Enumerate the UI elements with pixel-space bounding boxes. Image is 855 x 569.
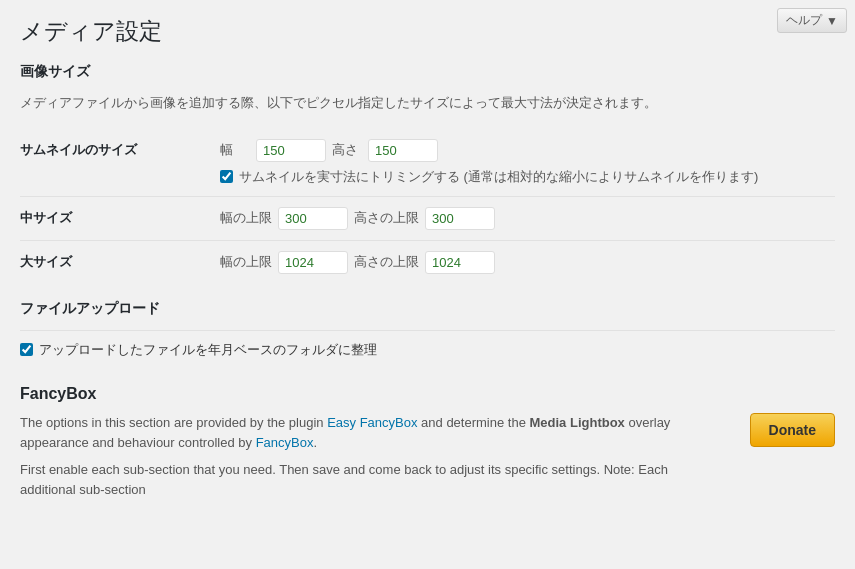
upload-organize-checkbox[interactable] <box>20 343 33 356</box>
large-width-input[interactable] <box>278 251 348 274</box>
fancybox-section: FancyBox The options in this section are… <box>20 385 835 500</box>
upload-organize-label[interactable]: アップロードしたファイルを年月ベースのフォルダに整理 <box>39 341 377 359</box>
fancybox-description: The options in this section are provided… <box>20 413 720 455</box>
medium-width-prefix: 幅の上限 <box>220 209 272 227</box>
thumbnail-label: サムネイルのサイズ <box>20 129 220 197</box>
medium-size-row: 中サイズ 幅の上限 高さの上限 <box>20 196 835 240</box>
image-size-description: メディアファイルから画像を追加する際、以下でピクセル指定したサイズによって最大寸… <box>20 93 835 113</box>
large-width-prefix: 幅の上限 <box>220 253 272 271</box>
chevron-down-icon: ▼ <box>826 14 838 28</box>
fancybox-link[interactable]: FancyBox <box>256 435 314 450</box>
settings-table: サムネイルのサイズ 幅 高さ サムネイルを実寸法にトリミングする (通常は相対的… <box>20 129 835 284</box>
medium-size-label: 中サイズ <box>20 196 220 240</box>
large-size-row: 大サイズ 幅の上限 高さの上限 <box>20 240 835 284</box>
large-height-prefix: 高さの上限 <box>354 253 419 271</box>
image-size-section: 画像サイズ メディアファイルから画像を追加する際、以下でピクセル指定したサイズに… <box>20 63 835 284</box>
file-upload-title: ファイルアップロード <box>20 300 835 322</box>
fancybox-title: FancyBox <box>20 385 835 403</box>
media-lightbox-bold: Media Lightbox <box>530 415 625 430</box>
image-size-title: 画像サイズ <box>20 63 835 85</box>
help-button[interactable]: ヘルプ ▼ <box>777 8 847 33</box>
fancybox-desc-part1: The options in this section are provided… <box>20 415 327 430</box>
thumbnail-crop-label[interactable]: サムネイルを実寸法にトリミングする (通常は相対的な縮小によりサムネイルを作りま… <box>239 168 758 186</box>
thumbnail-input-group: 幅 高さ <box>220 139 835 162</box>
fancybox-note: First enable each sub-section that you n… <box>20 460 720 499</box>
large-height-input[interactable] <box>425 251 495 274</box>
thumbnail-height-input[interactable] <box>368 139 438 162</box>
thumbnail-width-input[interactable] <box>256 139 326 162</box>
thumbnail-row: サムネイルのサイズ 幅 高さ サムネイルを実寸法にトリミングする (通常は相対的… <box>20 129 835 197</box>
upload-checkbox-row: アップロードしたファイルを年月ベースのフォルダに整理 <box>20 330 835 369</box>
fancybox-desc-part2: and determine the <box>417 415 529 430</box>
medium-height-input[interactable] <box>425 207 495 230</box>
easy-fancybox-link[interactable]: Easy FancyBox <box>327 415 417 430</box>
help-label: ヘルプ <box>786 12 822 29</box>
thumbnail-crop-group: サムネイルを実寸法にトリミングする (通常は相対的な縮小によりサムネイルを作りま… <box>220 168 835 186</box>
large-size-label: 大サイズ <box>20 240 220 284</box>
medium-size-controls: 幅の上限 高さの上限 <box>220 196 835 240</box>
medium-height-prefix: 高さの上限 <box>354 209 419 227</box>
file-upload-section: ファイルアップロード アップロードしたファイルを年月ベースのフォルダに整理 <box>20 300 835 369</box>
donate-button[interactable]: Donate <box>750 413 835 447</box>
large-size-controls: 幅の上限 高さの上限 <box>220 240 835 284</box>
donate-label: Donate <box>769 422 816 438</box>
help-button-area: ヘルプ ▼ <box>777 8 847 33</box>
fancybox-text: The options in this section are provided… <box>20 413 720 500</box>
donate-button-wrapper: Donate <box>750 413 835 447</box>
thumbnail-controls: 幅 高さ サムネイルを実寸法にトリミングする (通常は相対的な縮小によりサムネイ… <box>220 129 835 197</box>
medium-width-input[interactable] <box>278 207 348 230</box>
fancybox-row: The options in this section are provided… <box>20 413 835 500</box>
thumbnail-height-prefix: 高さ <box>332 141 362 159</box>
page-title: メディア設定 <box>20 16 835 47</box>
page-wrapper: ヘルプ ▼ メディア設定 画像サイズ メディアファイルから画像を追加する際、以下… <box>0 0 855 569</box>
content-area: メディア設定 画像サイズ メディアファイルから画像を追加する際、以下でピクセル指… <box>0 0 855 535</box>
thumbnail-width-prefix: 幅 <box>220 141 250 159</box>
fancybox-desc-part4: . <box>313 435 317 450</box>
medium-input-group: 幅の上限 高さの上限 <box>220 207 835 230</box>
large-input-group: 幅の上限 高さの上限 <box>220 251 835 274</box>
thumbnail-crop-checkbox[interactable] <box>220 170 233 183</box>
